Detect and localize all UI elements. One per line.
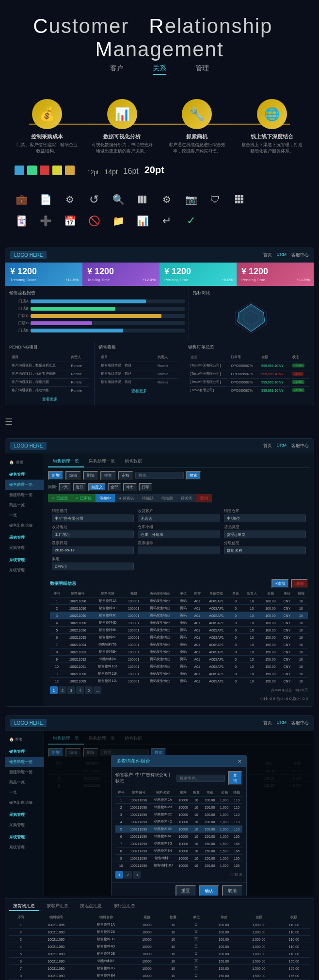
sidebar-item-system[interactable]: 系统管理 bbox=[5, 565, 44, 575]
input-invoice[interactable] bbox=[138, 547, 220, 554]
db3-sidebar-home[interactable]: 🏠 首页 bbox=[5, 734, 44, 745]
tab-sales-list[interactable]: 销售助理一览 bbox=[48, 456, 84, 467]
settings-icon[interactable]: ⚙ bbox=[63, 193, 77, 206]
input-warehouse[interactable]: 中*单位 bbox=[224, 515, 306, 522]
modal-close-icon[interactable]: ✕ bbox=[238, 759, 241, 764]
db1-nav-home[interactable]: 首页 bbox=[263, 252, 272, 258]
btn-audit[interactable]: 审核 bbox=[118, 471, 133, 480]
btn-all[interactable]: 全部 bbox=[108, 483, 121, 491]
db3-nav-crm[interactable]: CRM bbox=[277, 720, 287, 726]
input-addr[interactable]: 工厂地址 bbox=[52, 531, 134, 538]
briefcase-icon[interactable]: 💼 bbox=[15, 193, 28, 206]
input-group[interactable]: 群组名称 bbox=[224, 547, 306, 554]
bottom-tab-industry[interactable]: 按行业汇总 bbox=[110, 902, 139, 911]
bottom-tab-location[interactable]: 按地点汇总 bbox=[76, 902, 106, 911]
sidebar-item-sales-list[interactable]: 销售助理一览 bbox=[5, 480, 44, 490]
page-btn-2[interactable]: 2 bbox=[59, 686, 66, 694]
db3-sidebar-system[interactable]: 系统管理 bbox=[5, 842, 44, 852]
sidebar-item-home[interactable]: 🏠首页 bbox=[5, 457, 44, 467]
view-more-link[interactable]: 查看更多 bbox=[9, 397, 90, 402]
sidebar-item-new[interactable]: 新建助理一览 bbox=[5, 490, 44, 500]
db3-sidebar-sales-list[interactable]: 销售助理一览 bbox=[5, 757, 44, 767]
btn-new[interactable]: 新增 bbox=[48, 471, 64, 480]
btn-export[interactable]: 导出 bbox=[123, 483, 137, 491]
ban-icon[interactable]: 🚫 bbox=[87, 214, 101, 228]
modal-cancel-btn[interactable]: 取消 bbox=[222, 885, 242, 896]
columns-icon[interactable] bbox=[136, 193, 149, 206]
card-icon[interactable]: 🃏 bbox=[15, 214, 28, 228]
bar-chart-icon[interactable]: 📊 bbox=[136, 214, 149, 228]
modal-table-header: 序号物料编号物料名称规格数量单价金额税额 bbox=[115, 789, 242, 797]
db1-nav-service[interactable]: 客服中心 bbox=[291, 252, 309, 258]
db3-nav-home[interactable]: 首页 bbox=[263, 720, 272, 726]
db3-sidebar-purchase[interactable]: 采购管理 bbox=[5, 820, 44, 830]
page-btn-5[interactable]: 5 bbox=[85, 686, 93, 694]
tab-purchase-list[interactable]: 采购助理一览 bbox=[84, 456, 120, 467]
db3-sidebar-overview[interactable]: 一览 bbox=[5, 787, 44, 797]
page-btn-next[interactable]: ... bbox=[94, 686, 101, 694]
search-icon[interactable]: 🔍 bbox=[112, 193, 125, 206]
btn-submit[interactable]: 提交 bbox=[100, 471, 116, 480]
modal-page-3[interactable]: 3 bbox=[133, 871, 141, 879]
camera-icon[interactable]: 📷 bbox=[184, 193, 198, 206]
gear-icon[interactable]: ⚙ bbox=[160, 193, 174, 206]
sidebar-section-system: 系统管理 bbox=[5, 555, 44, 565]
db3-sidebar-goods[interactable]: 商品一览 bbox=[5, 777, 44, 787]
check-icon[interactable]: ✓ bbox=[184, 214, 198, 228]
btn-print[interactable]: 打印 bbox=[139, 483, 152, 491]
input-goods-type[interactable]: 货品 | 单页 bbox=[224, 531, 306, 538]
view-more-link-2[interactable]: 查看更多 bbox=[98, 388, 179, 394]
btn-search[interactable]: 搜索 bbox=[186, 471, 201, 480]
input-date[interactable]: 2016-05-17 bbox=[52, 547, 134, 554]
modal-page-2[interactable]: 2 bbox=[124, 871, 132, 879]
db2-nav-crm[interactable]: CRM bbox=[277, 443, 287, 449]
file-icon[interactable]: 📄 bbox=[39, 193, 52, 206]
db3-sidebar-new[interactable]: 新建助理一览 bbox=[5, 767, 44, 777]
table-row: 5100211090销售物料5E1000010100.001,000110 bbox=[115, 826, 242, 833]
sidebar-item-purchase-list[interactable]: 采购管理 bbox=[5, 543, 44, 553]
sidebar-item-goods[interactable]: 商品一览 bbox=[5, 500, 44, 510]
page-btn-4[interactable]: 4 bbox=[76, 686, 84, 694]
db1-charts-row: 销售流程报告 门店A 门店B 门店C 门店D bbox=[5, 286, 314, 341]
sidebar-item-overview[interactable]: 一览 bbox=[5, 510, 44, 520]
bottom-tab-customer[interactable]: 按客户汇总 bbox=[43, 902, 72, 911]
db1-nav-crm[interactable]: CRM bbox=[277, 252, 287, 258]
folder-icon[interactable]: 📁 bbox=[112, 214, 125, 228]
sidebar-item-outbound[interactable]: 销售出库明细 bbox=[5, 520, 44, 531]
btn-edit[interactable]: 编辑 bbox=[65, 471, 81, 480]
input-channel[interactable]: CPR小 bbox=[52, 563, 134, 570]
calendar-icon[interactable]: 📅 bbox=[63, 214, 77, 228]
bottom-tab-goods[interactable]: 按货物汇总 bbox=[9, 902, 39, 911]
refresh-icon[interactable]: ↺ bbox=[87, 193, 101, 206]
input-storage[interactable]: 仓库 | 分组班 bbox=[138, 531, 220, 538]
shield-icon[interactable]: 🛡 bbox=[208, 193, 222, 206]
btn-add-row[interactable]: +添加 bbox=[271, 579, 289, 588]
btn-del-row[interactable]: -删除 bbox=[291, 579, 308, 588]
db3-sidebar-outbound[interactable]: 销售出库明细 bbox=[5, 797, 44, 808]
modal-confirm-btn[interactable]: 确认 bbox=[199, 885, 219, 896]
btn-30days[interactable]: 近月 bbox=[73, 483, 86, 491]
modal-reset-btn[interactable]: 重置 bbox=[175, 885, 196, 896]
table-row: 3100211090销售物料3C1000010页100.001,000.0011… bbox=[9, 936, 310, 943]
add-card-icon[interactable]: ➕ bbox=[39, 214, 52, 228]
input-dept[interactable]: 中*广告有限公司 bbox=[52, 515, 134, 522]
btn-custom[interactable]: 自定义 bbox=[88, 483, 106, 491]
db2-header: LOGO HERE 首页 CRM 客服中心 bbox=[5, 439, 314, 453]
input-customer[interactable]: 无选选 bbox=[138, 515, 220, 522]
enter-icon[interactable]: ↵ bbox=[160, 214, 174, 228]
db2-nav-service[interactable]: 客服中心 bbox=[291, 443, 309, 449]
modal-page-1[interactable]: 1 bbox=[115, 871, 123, 879]
grid-icon[interactable] bbox=[233, 193, 246, 206]
btn-delete[interactable]: 删除 bbox=[83, 471, 98, 480]
hamburger-icon[interactable]: ☰ bbox=[5, 416, 13, 427]
tab-sales-data[interactable]: 销售数据 bbox=[120, 456, 147, 467]
db2-nav-home[interactable]: 首页 bbox=[263, 443, 272, 449]
modal-search-input[interactable] bbox=[176, 775, 225, 782]
page-btn-1[interactable]: 1 bbox=[50, 686, 58, 694]
page-btn-3[interactable]: 3 bbox=[67, 686, 75, 694]
modal-search-row: 销售客户: 中*广告有限公司 | 状态 查询 bbox=[115, 771, 242, 785]
search-input[interactable] bbox=[135, 472, 184, 479]
modal-search-btn[interactable]: 查询 bbox=[228, 771, 242, 785]
btn-7days[interactable]: 7天 bbox=[59, 483, 70, 491]
db3-nav-service[interactable]: 客服中心 bbox=[291, 720, 309, 726]
